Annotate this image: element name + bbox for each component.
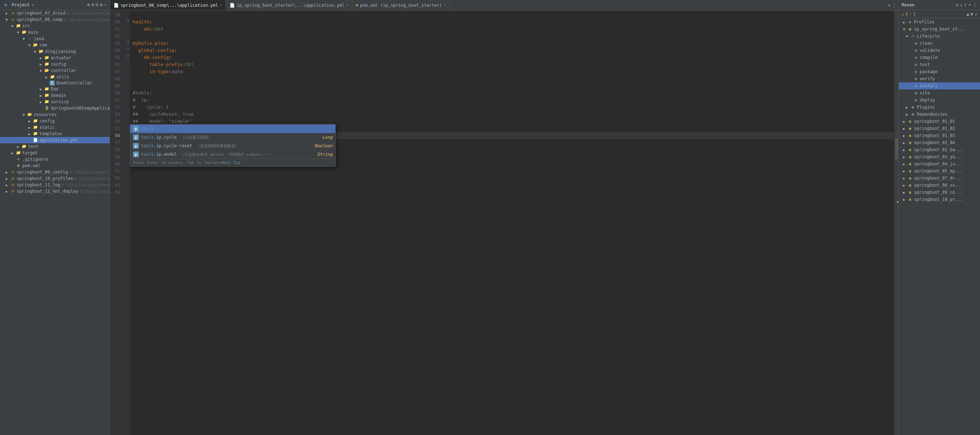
maven-item-test[interactable]: ⚙ test (899, 61, 980, 68)
maven-item-sb01-03[interactable]: ▶ m springboot_01_03 (899, 132, 980, 139)
tree-item-springboot08[interactable]: ▼ ▣ springboot_08_ssmp D:\DingJiaxiong\I… (0, 16, 110, 23)
ac-type-string: String (317, 152, 332, 157)
maven-item-sb01-04[interactable]: ▶ m springboot_01_04 (899, 139, 980, 146)
tree-item-target[interactable]: ▶ 📁 target (0, 150, 110, 156)
maven-item-dependencies[interactable]: ▶ ⊞ Dependencies (899, 111, 980, 118)
tree-item-bookcontroller[interactable]: C BookController (0, 80, 110, 86)
tree-item-dao[interactable]: ▶ 📁 Dao (0, 86, 110, 92)
maven-item-site[interactable]: ⚙ site (899, 89, 980, 97)
folder-utils-icon: 📁 (50, 74, 55, 80)
tree-item-springboot08app[interactable]: 🍃 Springboot08SsmpApplication (0, 105, 110, 112)
tree-item-resources[interactable]: ▼ 📂 resources (0, 112, 110, 118)
chevron-right-sb02: ▶ (903, 148, 907, 152)
tree-item-springboot09[interactable]: ▶ ▣ springboot_09_config D:\DingJiaxiong… (0, 169, 110, 175)
maven-item-profiles[interactable]: ▶ ≡ Profiles (899, 18, 980, 25)
tree-item-controller[interactable]: ▼ 📂 controller (0, 67, 110, 74)
line-num-39: 39 (110, 11, 122, 18)
maven-label-package: package (920, 69, 938, 74)
tab-more-icon[interactable]: ⋮ (892, 3, 896, 8)
maven-item-sb01-01[interactable]: ▶ m springboot_01_01 (899, 118, 980, 125)
maven-item-sb05[interactable]: ▶ m springboot_05_my... (899, 167, 980, 175)
maven-item-clean[interactable]: ⚙ clean (899, 40, 980, 47)
editor-scrollbar[interactable] (894, 11, 898, 435)
tab-dropdown-icon[interactable]: ▾ (888, 3, 891, 8)
tree-item-config2[interactable]: ▶ 📁 config (0, 118, 110, 124)
line-num-51: 51 (110, 97, 122, 104)
tree-item-com[interactable]: ▼ 📂 com (0, 42, 110, 48)
ac-footer-more[interactable]: ⋮ (329, 160, 332, 165)
tree-item-application-yaml[interactable]: 📄 application.yml (0, 137, 110, 143)
code-area[interactable]: health: abc: def mybatis-plus: global-co… (130, 11, 894, 435)
locate-icon[interactable]: ⊕ (87, 2, 90, 8)
tree-item-gitignore[interactable]: ⊙ .gitignore (0, 156, 110, 163)
maven-label-sb09: springboot_09_co... (914, 190, 963, 195)
tree-label-djx: dingjiaxiong (45, 49, 76, 54)
maven-upload-icon[interactable]: ↑ (964, 2, 967, 8)
minimize-icon[interactable]: − (104, 2, 107, 8)
maven-item-plugins[interactable]: ▶ ⊞ Plugins (899, 104, 980, 111)
tree-item-springboot07[interactable]: ▶ ▣ springboot_07_druid D:\DingJiaxiong\… (0, 10, 110, 16)
maven-item-deploy[interactable]: ⚙ deploy (899, 97, 980, 104)
maven-expand-icon[interactable]: ↗ (975, 12, 977, 17)
maven-label-verify: verify (920, 76, 935, 81)
maven-item-package[interactable]: ⚙ package (899, 68, 980, 75)
tree-item-springboot10[interactable]: ▶ ▣ springboot_10_profiles D:\DingJiaxio… (0, 175, 110, 182)
maven-item-sb08[interactable]: ▶ m springboot_08_ss... (899, 182, 980, 189)
maven-add-icon[interactable]: + (968, 2, 971, 8)
maven-item-sb03[interactable]: ▶ m springboot_03_ya... (899, 153, 980, 160)
maven-item-install[interactable]: ⚙ install (899, 82, 980, 89)
settings-icon[interactable]: ⚙ (100, 2, 103, 8)
maven-item-validate[interactable]: ⚙ validate (899, 47, 980, 54)
tree-item-springboot12[interactable]: ▶ ▣ springboot_12_hot_deploy D:\DingJiax… (0, 188, 110, 194)
scrollbar-thumb[interactable] (895, 138, 898, 159)
maven-item-ip-spring[interactable]: ▼ m ip_spring_boot_st... (899, 25, 980, 33)
tab-close-3[interactable]: ✕ (444, 3, 446, 8)
goal-icon-site: ⚙ (913, 90, 919, 96)
tree-item-main[interactable]: ▼ 📁 main (0, 29, 110, 35)
tree-item-static[interactable]: ▶ 📁 static (0, 124, 110, 131)
tree-item-templates[interactable]: ▶ 📁 templates (0, 131, 110, 137)
tab-close-1[interactable]: ✕ (220, 3, 223, 8)
maven-more-icon[interactable]: ⋮ (972, 2, 977, 8)
maven-item-sb01-02[interactable]: ▶ m springboot_01_02 (899, 125, 980, 132)
chevron-down-icon-djx: ▼ (34, 50, 38, 54)
collapse-all-icon[interactable]: ⊟ (96, 2, 99, 8)
autocomplete-item-tools-ip-cycle[interactable]: p tools.ip.cycle （日志显示周期） Long (130, 133, 335, 142)
maven-item-sb07[interactable]: ▶ m springboot_07_dr... (899, 175, 980, 182)
maven-item-verify[interactable]: ⚙ verify (899, 75, 980, 82)
nav-up-icon[interactable]: ▲ (967, 12, 969, 17)
ac-footer-link[interactable]: Next Tip (221, 160, 240, 165)
tree-item-dingjiaxiong[interactable]: ▼ 📂 dingjiaxiong (0, 48, 110, 55)
autocomplete-item-tools-ip-cyclereset[interactable]: p tools.ip.cycle-reset （是否周期内重置数据） Boole… (130, 142, 335, 150)
tab-ip-application-yaml[interactable]: 📄 ip_spring_boot_starter\...\application… (226, 0, 352, 11)
maven-item-lifecycle[interactable]: ▼ ⟳ Lifecycle (899, 33, 980, 40)
tree-item-service[interactable]: ▶ 📁 service (0, 99, 110, 105)
maven-item-sb04[interactable]: ▶ m springboot_04_ju... (899, 160, 980, 167)
tree-item-springboot11[interactable]: ▶ ▣ springboot_11_log D:\DingJiaxiong\Id… (0, 182, 110, 188)
maven-refresh-icon[interactable]: ↻ (956, 2, 959, 8)
tab-pom-xml[interactable]: m pom.xml (ip_spring_boot_starter) ✕ (352, 0, 450, 11)
tree-item-config[interactable]: ▶ 📁 config (0, 61, 110, 67)
maven-item-sb10[interactable]: ▶ m springboot_10_pr... (899, 196, 980, 203)
maven-download-icon[interactable]: ↓ (960, 2, 963, 8)
tree-item-actuator[interactable]: ▶ 📁 actuator (0, 55, 110, 61)
folder-dao-icon: 📁 (44, 86, 50, 92)
maven-item-sb09[interactable]: ▶ m springboot_09_co... (899, 189, 980, 196)
tree-item-utils[interactable]: ▶ 📁 utils (0, 74, 110, 80)
maven-item-sb02[interactable]: ▶ m springboot_02_ba... (899, 146, 980, 153)
tree-item-test[interactable]: ▶ 📁 test (0, 143, 110, 150)
autocomplete-item-tools[interactable]: p tools (130, 124, 335, 133)
autocomplete-item-tools-ip-model[interactable]: p tools.ip.model （日志输出格式 detail：详细模式 sim… (130, 150, 335, 159)
tree-item-java[interactable]: ▼ ☕ java (0, 35, 110, 42)
panel-dropdown-arrow[interactable]: ▾ (32, 3, 34, 7)
maven-label-sb01-01: springboot_01_01 (914, 119, 955, 124)
tree-item-src[interactable]: ▼ 📁 src (0, 23, 110, 29)
tab-close-2[interactable]: ✕ (346, 3, 349, 8)
tree-item-domain[interactable]: ▶ 📁 domain (0, 92, 110, 99)
maven-item-compile[interactable]: ⚙ compile (899, 54, 980, 61)
chevron-right-icon-10: ▶ (6, 177, 10, 181)
tree-item-pom[interactable]: m pom.xml (0, 163, 110, 169)
expand-all-icon[interactable]: ≡ (92, 2, 94, 8)
tab-application-yaml[interactable]: 📄 springboot_08_ssmp\...\application.yml… (110, 0, 226, 11)
nav-down-icon[interactable]: ▼ (971, 12, 973, 17)
